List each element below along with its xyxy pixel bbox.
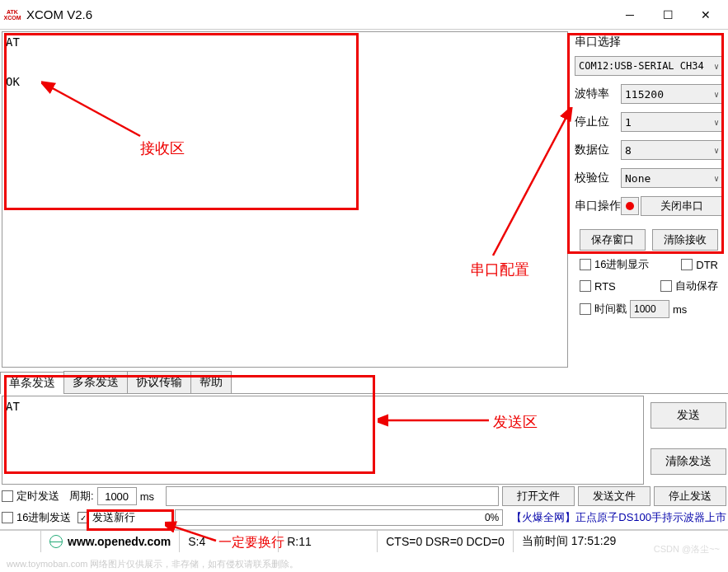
parity-select[interactable]: None∨: [621, 168, 723, 188]
close-button[interactable]: ✕: [687, 2, 725, 28]
status-bar: www.openedv.com S:4 R:11 CTS=0 DSR=0 DCD…: [0, 529, 728, 552]
send-newline-checkbox[interactable]: ✓发送新行: [77, 510, 135, 525]
timed-send-checkbox[interactable]: 定时发送: [2, 489, 59, 504]
minimize-button[interactable]: ─: [611, 2, 649, 28]
port-section-label: 串口选择: [575, 35, 723, 49]
maximize-button[interactable]: ☐: [649, 2, 687, 28]
chevron-down-icon: ∨: [714, 62, 719, 71]
save-window-button[interactable]: 保存窗口: [580, 229, 646, 251]
current-time: 当前时间 17:51:29: [514, 531, 624, 552]
window-title: XCOM V2.6: [26, 7, 611, 21]
tab-protocol[interactable]: 协议传输: [127, 371, 191, 393]
file-path-input[interactable]: [166, 486, 499, 506]
stopbit-select[interactable]: 1∨: [621, 112, 723, 132]
chevron-down-icon: ∨: [714, 174, 719, 183]
stop-send-button[interactable]: 停止发送: [654, 486, 726, 506]
csdn-watermark: CSDN @洛尘~~: [654, 543, 720, 556]
send-tabs: 单条发送 多条发送 协议传输 帮助: [0, 371, 728, 394]
serial-config-panel: 串口选择 COM12:USB-SERIAL CH34∨ 波特率 115200∨ …: [570, 30, 728, 369]
chevron-down-icon: ∨: [714, 118, 719, 127]
port-select[interactable]: COM12:USB-SERIAL CH34∨: [575, 56, 723, 76]
period-input[interactable]: [97, 487, 137, 505]
app-icon: ATK XCOM: [3, 6, 21, 24]
send-count: S:4: [180, 531, 279, 552]
databit-select[interactable]: 8∨: [621, 140, 723, 160]
clear-send-button[interactable]: 清除发送: [651, 448, 726, 475]
open-file-button[interactable]: 打开文件: [502, 486, 575, 506]
send-textarea[interactable]: [2, 396, 644, 485]
timestamp-checkbox[interactable]: 时间戳: [580, 302, 627, 316]
promo-link[interactable]: 【火爆全网】正点原子DS100手持示波器上市: [511, 510, 726, 525]
chevron-down-icon: ∨: [714, 90, 719, 99]
dtr-checkbox[interactable]: DTR: [681, 259, 718, 271]
autosave-checkbox[interactable]: 自动保存: [660, 279, 718, 293]
receive-textarea[interactable]: AT OK: [2, 31, 568, 368]
send-file-button[interactable]: 发送文件: [578, 486, 651, 506]
timestamp-interval-input[interactable]: [630, 300, 669, 318]
receive-count: R:11: [279, 531, 378, 552]
tab-single-send[interactable]: 单条发送: [0, 372, 64, 394]
chevron-down-icon: ∨: [714, 146, 719, 155]
ms-unit-label: ms: [140, 490, 154, 503]
globe-icon: [49, 535, 63, 548]
baud-select[interactable]: 115200∨: [621, 84, 723, 104]
baud-label: 波特率: [575, 87, 621, 101]
hex-display-checkbox[interactable]: 16进制显示: [580, 257, 681, 272]
port-status-icon: [621, 197, 639, 215]
parity-label: 校验位: [575, 171, 621, 185]
progress-percent: 0%: [485, 512, 499, 523]
ms-unit-label: ms: [673, 303, 687, 316]
url-link[interactable]: www.openedv.com: [41, 531, 180, 552]
progress-bar: 0%: [175, 509, 503, 526]
hex-send-checkbox[interactable]: 16进制发送: [2, 510, 71, 525]
watermark-text: www.toymoban.com 网络图片仅供展示，非存储，如有侵权请联系删除。: [7, 558, 298, 570]
clear-receive-button[interactable]: 清除接收: [652, 229, 718, 251]
send-button[interactable]: 发送: [651, 402, 726, 429]
rts-checkbox[interactable]: RTS: [580, 280, 660, 293]
close-port-button[interactable]: 关闭串口: [641, 196, 723, 216]
databit-label: 数据位: [575, 143, 621, 157]
titlebar: ATK XCOM XCOM V2.6 ─ ☐ ✕: [0, 0, 728, 30]
period-label: 周期:: [69, 489, 94, 504]
signal-status: CTS=0 DSR=0 DCD=0: [378, 531, 514, 552]
tab-help[interactable]: 帮助: [190, 371, 232, 393]
stopbit-label: 停止位: [575, 115, 621, 129]
port-op-label: 串口操作: [575, 199, 621, 213]
status-spacer: [0, 531, 41, 552]
tab-multi-send[interactable]: 多条发送: [63, 371, 128, 393]
